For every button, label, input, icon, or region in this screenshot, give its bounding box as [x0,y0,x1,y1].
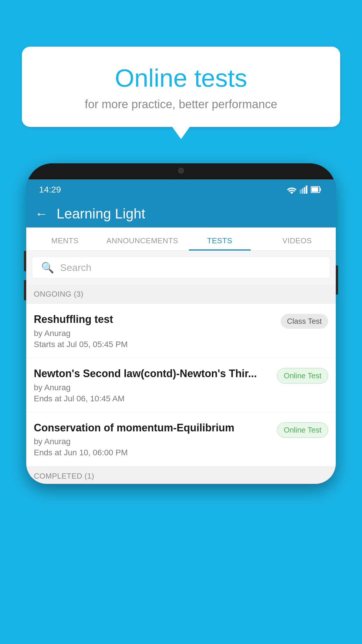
search-bar[interactable]: 🔍 Search [32,257,330,279]
svg-rect-1 [302,188,303,194]
wifi-icon [287,186,297,194]
speech-bubble-tail [172,127,190,139]
test-badge: Class Test [281,314,328,329]
promo-title: Online tests [45,64,317,92]
test-author: by Anurag [34,329,275,338]
battery-icon [311,186,321,194]
search-icon: 🔍 [41,262,54,274]
svg-rect-3 [306,186,307,194]
power-button [336,265,338,295]
volume-up-button [24,251,26,271]
svg-rect-2 [304,187,305,194]
test-date: Ends at Jul 06, 10:45 AM [34,394,271,403]
phone-frame: 14:29 [26,163,336,484]
svg-rect-6 [312,187,318,192]
test-info: Newton's Second law(contd)-Newton's Thir… [34,367,271,403]
tab-announcements[interactable]: ANNOUNCEMENTS [104,236,181,251]
phone-mockup: 14:29 [26,163,336,644]
promo-section: Online tests for more practice, better p… [22,47,340,139]
volume-down-button [24,280,26,300]
completed-section-header: COMPLETED (1) [26,466,336,484]
test-item[interactable]: Conservation of momentum-Equilibrium by … [26,412,336,467]
test-badge: Online Test [277,368,328,384]
app-bar: ← Learning Light [26,200,336,228]
search-input[interactable]: Search [60,262,92,273]
tab-videos[interactable]: VIDEOS [259,236,336,251]
test-author: by Anurag [34,383,271,392]
search-container: 🔍 Search [26,251,336,284]
back-button[interactable]: ← [35,206,48,221]
phone-notch [164,163,198,178]
test-name: Newton's Second law(contd)-Newton's Thir… [34,367,271,381]
tabs-bar: MENTS ANNOUNCEMENTS TESTS VIDEOS [26,228,336,251]
completed-section-title: COMPLETED (1) [34,472,94,480]
test-name: Conservation of momentum-Equilibrium [34,421,271,435]
front-camera [178,168,184,174]
promo-subtitle: for more practice, better performance [45,98,317,111]
test-name: Reshuffling test [34,313,275,326]
signal-icon [300,186,308,194]
test-info: Conservation of momentum-Equilibrium by … [34,421,271,458]
test-item[interactable]: Newton's Second law(contd)-Newton's Thir… [26,358,336,412]
tab-ments[interactable]: MENTS [26,236,104,251]
test-badge: Online Test [277,422,328,438]
test-author: by Anurag [34,437,271,446]
ongoing-section-title: ONGOING (3) [34,290,83,298]
test-list: Reshuffling test by Anurag Starts at Jul… [26,304,336,466]
status-bar: 14:29 [26,179,336,200]
svg-rect-0 [300,190,301,194]
status-icons [287,186,321,194]
speech-bubble: Online tests for more practice, better p… [22,47,340,127]
svg-rect-5 [320,188,321,191]
status-time: 14:29 [39,185,61,195]
app-bar-title: Learning Light [57,206,145,222]
test-item[interactable]: Reshuffling test by Anurag Starts at Jul… [26,304,336,358]
test-date: Ends at Jun 10, 06:00 PM [34,448,271,457]
ongoing-section-header: ONGOING (3) [26,284,336,304]
tab-tests[interactable]: TESTS [181,236,259,251]
test-info: Reshuffling test by Anurag Starts at Jul… [34,313,275,349]
test-date: Starts at Jul 05, 05:45 PM [34,340,275,349]
phone-top-bezel [26,163,336,179]
